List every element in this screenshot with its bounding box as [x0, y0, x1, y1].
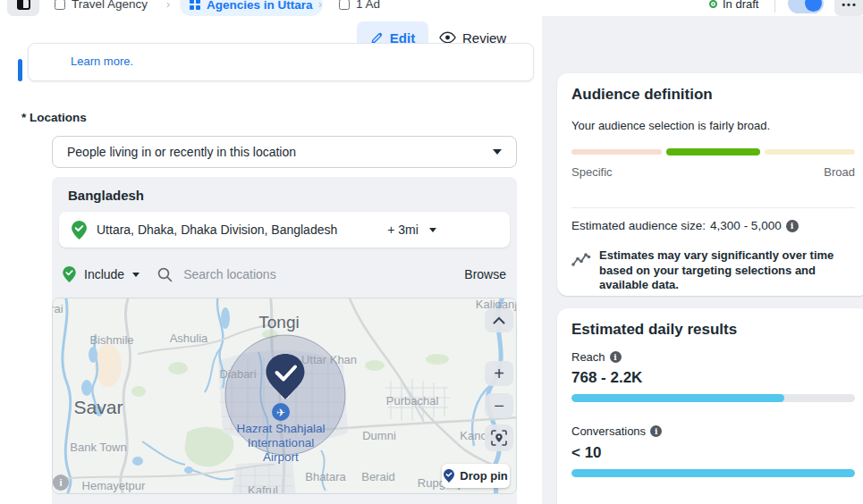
selected-location-label: Uttara, Dhaka, Dhaka Division, Banglades… [97, 223, 337, 237]
map-place-label: Hemayetpur [82, 479, 146, 492]
airport-label-line: Airport [236, 450, 325, 465]
reach-bar-fill [571, 394, 784, 402]
map-place-label: Beraid [361, 470, 395, 483]
sidebar-collapse-button[interactable] [7, 0, 39, 16]
airport-label-line: Hazrat Shahjalal [236, 422, 325, 436]
top-bar: Travel Agency › Agencies in Uttara › 1 A… [0, 0, 863, 16]
map-place-label: Purbachal [386, 394, 439, 407]
breadcrumb-campaign[interactable]: Travel Agency [55, 0, 148, 11]
map-place-label: nrai [52, 302, 63, 315]
reach-bar [571, 394, 855, 402]
chevron-up-icon [493, 316, 505, 324]
scale-broad-label: Broad [824, 165, 855, 179]
search-locations-input[interactable]: Search locations [183, 267, 276, 281]
info-icon[interactable]: i [610, 351, 622, 363]
estimates-note: Estimates may vary significantly over ti… [571, 248, 860, 293]
airport-label-line: International [236, 436, 325, 450]
breadcrumb-ad[interactable]: 1 Ad [339, 0, 380, 11]
audience-breadth-meter [571, 148, 855, 155]
audience-definition-title: Audience definition [571, 86, 713, 104]
map-place-label: Ashulia [170, 332, 208, 345]
meter-segment-current [666, 148, 761, 155]
targeting-map[interactable]: ✈ nraiBishmileAshuliaTongiUttar KhanKali… [52, 298, 517, 494]
info-callout: Learn more. [28, 43, 534, 81]
audience-size-label: Estimated audience size: [571, 219, 706, 232]
location-type-value: People living in or recently in this loc… [67, 145, 296, 159]
zoom-in-button[interactable]: + [485, 361, 513, 386]
drop-pin-mode-button[interactable] [485, 424, 513, 451]
estimated-audience-size: Estimated audience size: 4,300 - 5,000 i [571, 219, 799, 232]
country-group-title: Bangladesh [68, 188, 144, 203]
include-dropdown[interactable]: Include [84, 267, 124, 281]
chevron-down-icon [493, 149, 502, 155]
map-attribution-info-button[interactable]: i [53, 475, 69, 491]
breadcrumb-ad-label: 1 Ad [356, 0, 380, 11]
pin-target-icon [491, 430, 507, 446]
include-chevron-icon[interactable] [132, 273, 140, 277]
reach-label: Reach [571, 350, 605, 364]
map-place-label: Dumni [362, 429, 396, 442]
reach-metric: Reach i [571, 350, 622, 364]
reach-value: 768 - 2.2K [571, 369, 642, 387]
scale-specific-label: Specific [571, 165, 613, 179]
map-place-label: Uttar Khan [301, 353, 357, 366]
ad-icon [339, 0, 350, 10]
map-collapse-button[interactable] [485, 308, 513, 332]
divider [571, 207, 855, 208]
sidebar-icon [17, 0, 30, 10]
breadcrumb-adset-label: Agencies in Uttara [207, 0, 313, 12]
location-pin-check-icon [72, 221, 87, 239]
map-place-label: Bank Town [70, 441, 126, 454]
conversations-bar [571, 469, 855, 477]
status-label: In draft [723, 0, 758, 11]
radius-chevron-icon[interactable] [429, 228, 436, 232]
conversations-bar-fill [571, 469, 855, 477]
radius-value: + 3mi [387, 223, 419, 237]
audience-subtitle: Your audience selection is fairly broad. [571, 119, 770, 132]
conversations-value: < 10 [571, 444, 602, 462]
adset-active-toggle[interactable] [788, 0, 824, 13]
location-type-dropdown[interactable]: People living in or recently in this loc… [52, 136, 517, 168]
section-accent-bar [18, 59, 22, 81]
breadcrumb-separator: › [166, 0, 170, 11]
map-place-label: Bhatara [305, 470, 346, 483]
trend-chart-icon [571, 251, 591, 268]
daily-results-title: Estimated daily results [571, 321, 737, 339]
search-icon [157, 267, 173, 282]
selected-location-row[interactable]: Uttara, Dhaka, Dhaka Division, Banglades… [59, 212, 510, 248]
eye-icon [439, 31, 456, 44]
editor-panel: Edit Review Learn more. * Locations Peop… [0, 16, 542, 504]
map-place-label: Tongi [258, 313, 299, 332]
browse-button[interactable]: Browse [464, 267, 506, 281]
audience-definition-card: Audience definition Your audience select… [557, 73, 863, 296]
info-icon[interactable]: i [650, 425, 662, 437]
drop-pin-button[interactable]: Drop pin [442, 464, 510, 488]
svg-text:✈: ✈ [276, 407, 285, 419]
meter-segment-specific [571, 149, 662, 155]
conversations-label: Conversations [571, 424, 646, 438]
learn-more-link[interactable]: Learn more. [71, 55, 133, 68]
map-place-label: Diabari [219, 367, 256, 381]
adset-icon [190, 0, 200, 10]
include-pin-icon [63, 266, 76, 282]
estimates-note-text: Estimates may vary significantly over ti… [599, 248, 860, 293]
map-place-label: Savar [74, 397, 123, 418]
breadcrumb-adset-active[interactable]: Agencies in Uttara [180, 0, 323, 16]
campaign-icon [55, 0, 65, 10]
locations-heading: * Locations [21, 111, 87, 124]
more-options-button[interactable]: ••• [834, 0, 863, 16]
breadcrumb-campaign-label: Travel Agency [72, 0, 148, 11]
estimated-daily-results-card: Estimated daily results Reach i 768 - 2.… [557, 308, 863, 504]
zoom-out-button[interactable]: − [485, 393, 513, 418]
breadcrumb-separator: › [318, 0, 322, 11]
divider [774, 0, 775, 13]
info-icon[interactable]: i [786, 220, 799, 232]
status-dot-icon [709, 0, 717, 8]
draft-status: In draft [709, 0, 758, 11]
drop-pin-label: Drop pin [460, 469, 507, 483]
audience-size-value: 4,300 - 5,000 [710, 219, 782, 232]
geo-targeting-panel: Bangladesh Uttara, Dhaka, Dhaka Division… [52, 177, 517, 504]
include-search-row: Include Search locations Browse [55, 256, 513, 293]
drop-pin-icon [444, 469, 454, 483]
meter-scale-labels: Specific Broad [571, 165, 855, 179]
